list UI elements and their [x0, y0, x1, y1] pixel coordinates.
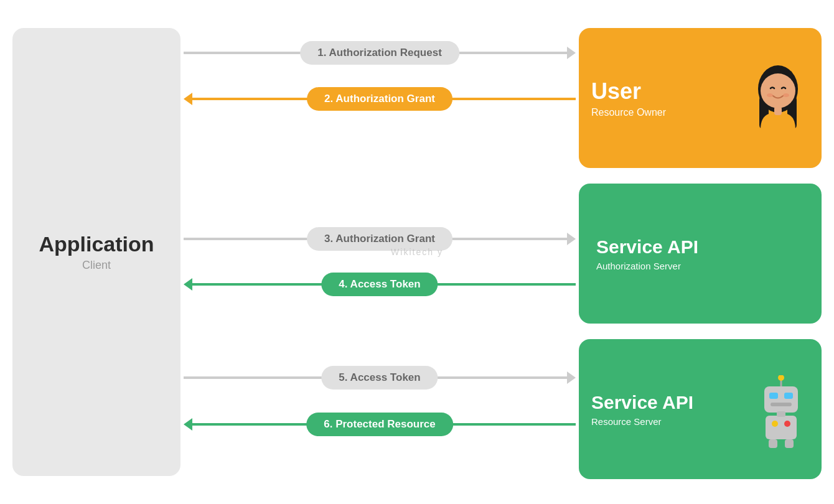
robot-avatar — [753, 375, 809, 444]
svg-rect-16 — [769, 439, 777, 448]
arrow4-container: 4. Access Token — [184, 268, 576, 301]
svg-point-8 — [778, 375, 784, 381]
service-auth-text: Service API Authorization Server — [596, 236, 698, 271]
arrow5-container: 5. Access Token — [184, 361, 576, 394]
diagram-layout: Application Client User Resource Owner — [0, 0, 834, 504]
arrow6-label: 6. Protected Resource — [306, 413, 453, 436]
service-resource-text: Service API Resource Server — [591, 392, 693, 427]
client-title: Application — [39, 232, 154, 256]
svg-rect-13 — [766, 416, 797, 439]
user-box: User Resource Owner — [579, 28, 822, 168]
user-box-text: User Resource Owner — [591, 78, 666, 118]
service-resource-subtitle: Resource Server — [591, 416, 693, 427]
arrow5-label: 5. Access Token — [321, 366, 438, 390]
client-box: Application Client — [12, 28, 180, 476]
service-resource-box: Service API Resource Server — [579, 339, 822, 479]
arrow2-label: 2. Authorization Grant — [307, 87, 452, 111]
service-auth-title: Service API — [596, 236, 698, 258]
svg-point-4 — [767, 93, 773, 97]
arrow1-label: 1. Authorization Request — [300, 41, 459, 65]
arrow4-label: 4. Access Token — [321, 273, 438, 296]
svg-rect-11 — [784, 393, 793, 399]
service-auth-subtitle: Authorization Server — [596, 261, 698, 271]
svg-rect-18 — [777, 411, 785, 417]
arrow6-container: 6. Protected Resource — [184, 408, 576, 441]
arrow3-container: 3. Authorization Grant — [184, 222, 576, 256]
arrow2-container: 2. Authorization Grant — [184, 82, 576, 116]
svg-rect-10 — [769, 393, 778, 399]
arrow1-container: 1. Authorization Request — [184, 36, 576, 70]
client-subtitle: Client — [82, 259, 111, 272]
user-avatar — [747, 61, 809, 136]
user-subtitle: Resource Owner — [591, 107, 666, 118]
svg-point-15 — [784, 421, 790, 427]
watermark: Wikitech y — [391, 247, 443, 257]
svg-rect-12 — [771, 403, 792, 406]
svg-rect-17 — [785, 439, 794, 448]
service-resource-title: Service API — [591, 392, 693, 413]
svg-rect-6 — [774, 106, 782, 115]
svg-point-14 — [772, 421, 778, 427]
svg-point-3 — [761, 73, 795, 108]
svg-rect-9 — [764, 386, 798, 413]
svg-point-5 — [783, 93, 789, 97]
user-title: User — [591, 78, 666, 105]
service-auth-box: Service API Authorization Server — [579, 184, 822, 324]
